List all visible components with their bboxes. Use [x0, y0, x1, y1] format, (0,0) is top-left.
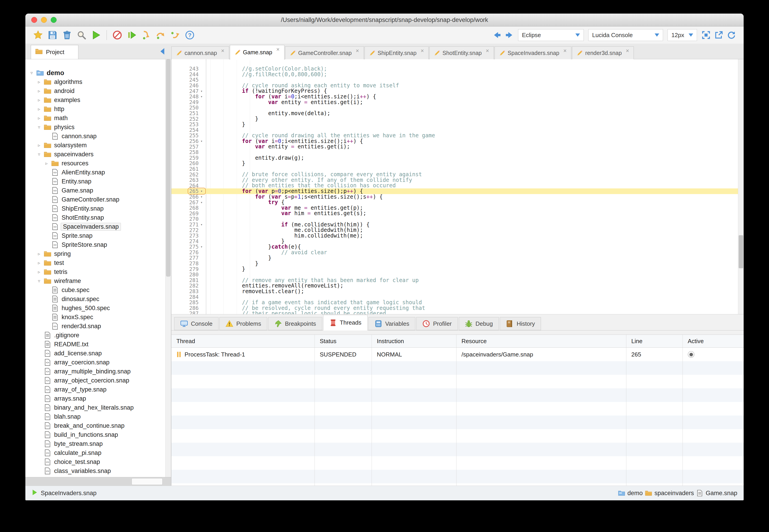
panel-tab-variables[interactable]: Variables: [368, 317, 415, 330]
tree-item[interactable]: <>Game.snap: [25, 186, 165, 195]
breadcrumb-item[interactable]: Game.snap: [696, 490, 737, 497]
tree-item[interactable]: <>build_in_functions.snap: [25, 430, 165, 439]
code-line-row[interactable]: 260 }: [171, 161, 738, 166]
code-line-row[interactable]: 254: [171, 127, 738, 133]
column-header-instruction[interactable]: Instruction: [372, 335, 456, 347]
nav-back-button[interactable]: [493, 31, 502, 40]
code-line-row[interactable]: 261: [171, 166, 738, 172]
code-line-row[interactable]: 278 }: [171, 261, 738, 266]
tree-item[interactable]: cube.spec: [25, 285, 165, 295]
title-bar[interactable]: /Users/niallg/Work/development/snapscrip…: [25, 14, 744, 26]
tree-item[interactable]: <>array_of_type.snap: [25, 385, 165, 394]
tree-item[interactable]: <>array_coercion.snap: [25, 358, 165, 367]
tree-item[interactable]: <>Entity.snap: [25, 177, 165, 186]
tree-item[interactable]: <>ShipEntity.snap: [25, 204, 165, 213]
sidebar-vertical-scrollbar[interactable]: [165, 59, 171, 477]
empty-table-row[interactable]: [171, 470, 744, 483]
breadcrumb-item[interactable]: spaceinvaders: [645, 490, 694, 497]
tab-close-icon[interactable]: ×: [486, 47, 489, 54]
active-thread-radio[interactable]: [688, 351, 695, 358]
code-line-row[interactable]: 249 var entity = entities.get(i);: [171, 100, 738, 105]
line-number[interactable]: 287: [189, 311, 199, 314]
tree-item[interactable]: <>cannon.snap: [25, 132, 165, 141]
code-line-row[interactable]: 275▾ }catch(e){: [171, 244, 738, 250]
step-over-button[interactable]: [156, 30, 166, 40]
tree-item[interactable]: ▹test: [25, 258, 165, 267]
tree-item[interactable]: README.txt: [25, 340, 165, 349]
fold-toggle-icon[interactable]: ▾: [199, 200, 205, 204]
editor-scrollbar[interactable]: [738, 59, 744, 314]
tree-item[interactable]: hughes_500.spec: [25, 304, 165, 313]
code-line-row[interactable]: 244 //g.fillRect(0,0,800,600);: [171, 72, 738, 77]
tree-item[interactable]: .gitignore: [25, 331, 165, 340]
empty-table-row[interactable]: [171, 361, 744, 375]
tree-item[interactable]: ▹tetris: [25, 267, 165, 276]
tree-item[interactable]: <>class_variables.snap: [25, 466, 165, 475]
fold-toggle-icon[interactable]: ▾: [199, 95, 205, 99]
expand-caret-icon[interactable]: ▹: [34, 269, 44, 275]
file-tab[interactable]: GameController.snap×: [285, 46, 364, 59]
tab-close-icon[interactable]: ×: [221, 47, 225, 54]
code-line-row[interactable]: 264 // both entities that the collision …: [171, 183, 738, 188]
tree-item[interactable]: ▹examples: [25, 95, 165, 105]
empty-table-row[interactable]: [171, 456, 744, 470]
empty-table-row[interactable]: [171, 443, 744, 456]
panel-tab-problems[interactable]: Problems: [220, 317, 267, 330]
tree-item[interactable]: <>render3d.snap: [25, 322, 165, 331]
collapse-caret-icon[interactable]: ▿: [34, 278, 44, 284]
file-tab[interactable]: ShotEntity.snap×: [429, 46, 494, 59]
minimize-window-button[interactable]: [41, 17, 47, 23]
nav-forward-button[interactable]: [504, 31, 513, 40]
code-line-row[interactable]: 285 // if a game event has indicated tha…: [171, 300, 738, 305]
collapse-caret-icon[interactable]: ▿: [34, 124, 44, 130]
code-line-row[interactable]: 276 // avoid clear: [171, 250, 738, 255]
column-header-resource[interactable]: Resource: [456, 335, 626, 347]
expand-caret-icon[interactable]: ▹: [34, 79, 44, 85]
step-into-button[interactable]: [141, 30, 151, 40]
tree-item[interactable]: ▹algorithms: [25, 77, 165, 86]
tree-item[interactable]: <>add_license.snap: [25, 349, 165, 358]
tree-item[interactable]: <>array_multiple_binding.snap: [25, 367, 165, 376]
tree-item[interactable]: ▹http: [25, 105, 165, 114]
code-line-row[interactable]: 270: [171, 216, 738, 222]
code-line-row[interactable]: 246 // cycle round asking each entity to…: [171, 83, 738, 88]
tree-item[interactable]: <>SpriteStore.snap: [25, 240, 165, 249]
tab-close-icon[interactable]: ×: [563, 47, 567, 54]
fit-window-button[interactable]: [702, 31, 711, 40]
column-header-active[interactable]: Active: [683, 335, 744, 347]
tree-item[interactable]: ▹resources: [25, 159, 165, 168]
code-line-row[interactable]: 263 // every other entity. If any of the…: [171, 177, 738, 183]
tree-item[interactable]: knoxS.spec: [25, 313, 165, 322]
tree-item[interactable]: <>binary_and_hex_literals.snap: [25, 403, 165, 412]
tree-item[interactable]: dinosaur.spec: [25, 295, 165, 304]
run-button[interactable]: [91, 30, 101, 40]
code-line-row[interactable]: 247▾ if (!waitingForKeyPress) {: [171, 88, 738, 94]
code-line-row[interactable]: 259 entity.draw(g);: [171, 155, 738, 161]
code-line-row[interactable]: 283 removeList.clear();: [171, 289, 738, 294]
code-line-row[interactable]: 250: [171, 105, 738, 111]
collapse-caret-icon[interactable]: ▿: [34, 152, 44, 157]
code-line-row[interactable]: 286 // be resolved, cycle round every en…: [171, 305, 738, 311]
font-select[interactable]: Lucida Console: [588, 29, 663, 41]
favorite-button[interactable]: [33, 30, 43, 40]
code-line-row[interactable]: 265▾ for (var p=0;p<entities.size();p++)…: [171, 188, 738, 194]
tab-close-icon[interactable]: ×: [356, 47, 359, 54]
code-line-row[interactable]: 281 // remove any entity that has been m…: [171, 278, 738, 283]
code-line-row[interactable]: 272 me.collidedwith(him);: [171, 227, 738, 233]
expand-caret-icon[interactable]: ▹: [34, 260, 44, 266]
tree-item[interactable]: ▿wireframe: [25, 276, 165, 285]
file-tab[interactable]: SpaceInvaders.snap×: [494, 46, 571, 59]
panel-tab-debug[interactable]: Debug: [459, 317, 499, 330]
code-line-row[interactable]: 282 entities.removeAll(removeList);: [171, 283, 738, 289]
code-line-row[interactable]: 273 him.collidedwith(me);: [171, 233, 738, 239]
code-line-row[interactable]: 257 var entity = entities.get(i);: [171, 144, 738, 150]
theme-select[interactable]: Eclipse: [518, 29, 584, 41]
code-line-row[interactable]: 252 }: [171, 116, 738, 122]
fold-toggle-icon[interactable]: ▾: [199, 189, 205, 193]
resume-button[interactable]: [127, 30, 137, 40]
tree-item[interactable]: ▹spring: [25, 249, 165, 258]
tree-item[interactable]: <>blah.snap: [25, 412, 165, 421]
tree-item[interactable]: <>GameController.snap: [25, 195, 165, 204]
code-editor[interactable]: 243 //g.setColor(Color.black);244 //g.fi…: [171, 59, 744, 314]
code-line-row[interactable]: 267▾ try {: [171, 199, 738, 205]
